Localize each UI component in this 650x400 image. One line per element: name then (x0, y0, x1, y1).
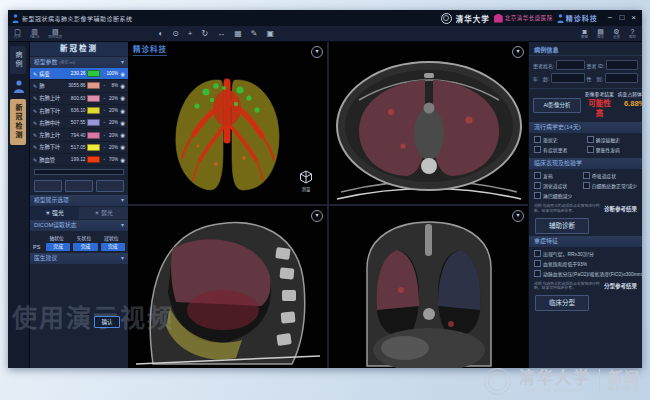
result-label: 影像参考结果 (585, 92, 614, 99)
selection-button[interactable] (96, 180, 124, 192)
checkbox-item[interactable]: 发热 (534, 172, 581, 179)
checkbox[interactable] (534, 182, 541, 189)
layer-row[interactable]: ✎ 左肺下叶 517.05 ◔ 20% ◉ (30, 142, 128, 154)
text-input[interactable] (605, 73, 638, 83)
visibility-eye-icon[interactable]: ◉ (120, 120, 125, 126)
selection-button[interactable] (65, 180, 93, 192)
viewport-menu-button[interactable]: ▾ (512, 46, 524, 58)
checkbox-item[interactable]: 消化道症状 (534, 182, 581, 189)
assist-diagnosis-button[interactable]: 辅助诊断 (535, 218, 589, 234)
toolbar-button[interactable]: ▥ PACS (30, 28, 39, 39)
checkbox-item[interactable]: 出现气促，RR≥30次/分 (534, 250, 642, 257)
viewport-menu-button[interactable]: ▾ (311, 46, 323, 58)
toolbar-button[interactable]: ↻ (202, 30, 209, 38)
model-params-header[interactable]: 模型参数 (单位:ml) ▾ (30, 57, 128, 68)
checkbox-item[interactable]: 有症状患者 (534, 146, 585, 153)
display-options-header[interactable]: 模型展示选项 ▾ (30, 195, 128, 206)
checkbox-item[interactable]: 血氧饱和度低于93% (534, 260, 642, 267)
light-mode-tab[interactable]: ☀ 弱光 (79, 207, 128, 219)
color-swatch[interactable] (87, 119, 100, 126)
color-swatch[interactable] (87, 132, 100, 139)
layer-row[interactable]: ✎ 左肺上叶 794.40 ◔ 20% ◉ (30, 129, 128, 141)
color-swatch[interactable] (87, 107, 100, 114)
patient-icon[interactable] (13, 80, 25, 93)
dicom-status-header[interactable]: DICOM读取状态 ▾ (30, 220, 128, 231)
visibility-eye-icon[interactable]: ◉ (120, 71, 125, 77)
doctor-advice-header[interactable]: 医生建议 ▾ (30, 253, 128, 264)
color-swatch[interactable] (87, 144, 100, 151)
confirm-button[interactable]: 确认 (94, 316, 120, 328)
color-swatch[interactable] (87, 70, 100, 77)
layer-row[interactable]: ✎ 肺 3055.86 ◔ 8% ◉ (30, 80, 128, 92)
toolbar-button[interactable]: ◙ 截图 (581, 28, 588, 39)
color-swatch[interactable] (87, 82, 100, 89)
minimize-button[interactable]: − (608, 10, 613, 26)
ai-analysis-button[interactable]: AI影像分析 (533, 98, 581, 113)
viewport-axial[interactable]: ▾ (329, 42, 528, 204)
presentation-slide: 新型冠状病毒肺炎影像学辅助诊断系统 清华大学 北京清华长庚医院 精诊科技 − □… (0, 0, 650, 400)
toolbar-button[interactable]: ▢ 打开 (14, 28, 21, 39)
color-swatch[interactable] (87, 156, 100, 163)
layer-row[interactable]: ✎ 右肺中叶 507.55 ◔ 20% ◉ (30, 117, 128, 129)
checkbox[interactable] (534, 260, 541, 267)
toolbar-button[interactable]: ↔ (217, 30, 225, 38)
toolbar-button[interactable]: ◐ (158, 30, 163, 38)
close-button[interactable]: × (631, 10, 636, 26)
tsinghua-seal-watermark-icon (484, 368, 511, 395)
checkbox-item[interactable]: 呼吸道症状 (583, 172, 637, 179)
checkbox[interactable] (534, 172, 541, 179)
toolbar-button[interactable]: ▣ (266, 30, 274, 38)
checkbox[interactable] (587, 136, 594, 143)
checkbox[interactable] (587, 146, 594, 153)
toolbar-button[interactable]: ? 帮助 (629, 28, 636, 39)
checkbox-item[interactable]: 确诊接触史 (587, 136, 638, 143)
toolbar-icon: ◙ (582, 28, 586, 35)
viewport-coronal[interactable]: ▾ (329, 206, 528, 368)
viewport-3d[interactable]: 精诊科技 测量 ▾ (128, 42, 327, 204)
toolbar-button[interactable]: ▤ 保存 (597, 28, 604, 39)
clinical-typing-button[interactable]: 临床分型 (535, 295, 589, 311)
checkbox[interactable] (534, 270, 541, 277)
visibility-eye-icon[interactable]: ◉ (120, 132, 125, 138)
text-input[interactable] (606, 60, 638, 70)
checkbox-item[interactable]: 淋巴细胞减少 (534, 192, 581, 199)
layer-row[interactable]: ✎ 肺血管 199.12 ◔ 70% ◉ (30, 154, 128, 166)
checkbox-item[interactable]: 旅居史 (534, 136, 585, 143)
visibility-eye-icon[interactable]: ◉ (120, 108, 125, 114)
checkbox[interactable] (534, 136, 541, 143)
layer-row[interactable]: ✎ 病变 230.26 ◔ 100% ◉ (30, 68, 128, 80)
visibility-eye-icon[interactable]: ◉ (120, 157, 125, 163)
tab-case[interactable]: 病例 (10, 46, 26, 74)
layer-row[interactable]: ✎ 右肺上叶 800.63 ◔ 20% ◉ (30, 93, 128, 105)
checkbox-item[interactable]: 聚集性发病 (587, 146, 638, 153)
text-input[interactable] (556, 60, 584, 70)
toolbar-button[interactable]: ⚙ 设置 (613, 28, 620, 39)
visibility-eye-icon[interactable]: ◉ (120, 83, 125, 89)
toolbar-button[interactable]: ▦ (234, 30, 242, 38)
checkbox-item[interactable]: 动脉血氧分压(PaO2)/吸氧浓度(FiO2)≤300mmHg (534, 270, 642, 277)
toolbar-button[interactable]: ✎ (251, 30, 258, 38)
tab-covid-detection[interactable]: 新冠检测 (10, 99, 26, 145)
viewport-menu-button[interactable]: ▾ (311, 210, 323, 222)
checkbox[interactable] (583, 172, 590, 179)
checkbox[interactable] (534, 192, 541, 199)
maximize-button[interactable]: □ (619, 10, 624, 26)
layer-name: 左肺上叶 (39, 131, 63, 139)
toolbar-button[interactable]: ▨ 病例信息 (48, 28, 62, 39)
checkbox[interactable] (583, 182, 590, 189)
viewport-menu-button[interactable]: ▾ (512, 210, 524, 222)
checkbox-item[interactable]: 白细胞总数正常/减少 (583, 182, 637, 189)
checkbox[interactable] (534, 250, 541, 257)
visibility-eye-icon[interactable]: ◉ (120, 144, 125, 150)
text-input[interactable] (551, 73, 584, 83)
light-mode-tab[interactable]: ☀ 强光 (30, 207, 79, 219)
checkbox[interactable] (534, 146, 541, 153)
layer-row[interactable]: ✎ 右肺下叶 636.10 ◔ 20% ◉ (30, 105, 128, 117)
viewport-sagittal[interactable]: ▾ (128, 206, 327, 368)
cube-tool[interactable]: 测量 (299, 170, 313, 193)
color-swatch[interactable] (87, 95, 100, 102)
selection-button[interactable] (34, 180, 62, 192)
toolbar-button[interactable]: ⊙ (172, 30, 179, 38)
visibility-eye-icon[interactable]: ◉ (120, 95, 125, 101)
toolbar-button[interactable]: + (188, 30, 193, 38)
